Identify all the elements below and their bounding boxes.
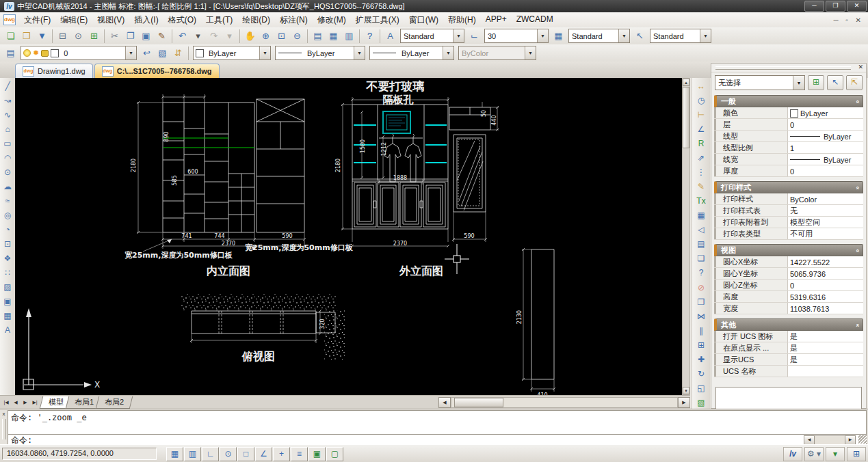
layer-isolate-icon[interactable]: ⇵ — [170, 46, 186, 61]
resize-grip[interactable] — [858, 435, 867, 444]
smart-dimension-icon[interactable]: ↔ — [694, 79, 709, 94]
arc-tool-icon[interactable]: ◠ — [0, 151, 15, 165]
design-center-icon[interactable]: ▦ — [326, 29, 341, 44]
property-value[interactable]: 不可用 — [788, 228, 863, 239]
command-history[interactable]: 命令: '_.zoom _e — [8, 410, 867, 437]
paste-icon[interactable]: ▣ — [138, 29, 154, 44]
property-value[interactable]: 5319.6316 — [788, 291, 863, 302]
property-value[interactable]: 0 — [788, 280, 863, 290]
dropdown-arrow-icon[interactable]: ▼ — [793, 76, 804, 90]
property-value[interactable] — [788, 366, 863, 377]
markup-icon[interactable]: ◁ — [694, 223, 709, 237]
layout-nav-icon[interactable]: ▶| — [30, 400, 40, 405]
linetype-combo[interactable]: ByLayer ▼ — [275, 46, 365, 60]
undo-dropdown-icon[interactable]: ▾ — [190, 29, 206, 44]
horizontal-scroll-thumb[interactable] — [454, 398, 503, 407]
close-button[interactable]: ✕ — [847, 1, 867, 12]
menu-item-n[interactable]: 标注(N) — [275, 13, 313, 27]
palette-close-icon[interactable]: ✕ — [858, 64, 863, 70]
dropdown-arrow-icon[interactable]: ▼ — [259, 46, 270, 59]
layout-nav-icon[interactable]: ◀ — [11, 400, 21, 405]
layer-manager-icon[interactable]: ▤ — [3, 46, 18, 61]
scroll-right-icon[interactable]: ▶ — [845, 435, 856, 445]
help-icon[interactable]: ? — [362, 29, 378, 44]
coordinate-readout[interactable]: 16034.0860, 4719.7254, 0.0000 — [2, 448, 157, 460]
command-scrollbar[interactable]: ◀ ▶ — [804, 435, 856, 445]
horizontal-scroll-track[interactable] — [451, 397, 678, 408]
array-tool-icon[interactable]: ⊞ — [694, 338, 709, 353]
table-tool-icon[interactable]: ▦ — [0, 309, 15, 323]
dim-style-icon[interactable]: ⌙ — [466, 29, 482, 44]
osnap-toggle[interactable]: □ — [237, 447, 254, 461]
move-tool-icon[interactable]: ✚ — [694, 353, 709, 367]
print-preview-icon[interactable]: ⊙ — [70, 29, 86, 44]
mirror-tool-icon[interactable]: ⋈ — [694, 310, 709, 324]
property-value[interactable]: ByLayer — [788, 131, 863, 141]
minimize-button[interactable]: ─ — [804, 1, 824, 12]
table-style-icon[interactable]: ▦ — [551, 29, 566, 44]
zwcad-logo-button[interactable]: lv — [783, 447, 802, 461]
property-value[interactable]: 0 — [788, 119, 863, 130]
document-tab-0[interactable]: dwgDrawing1.dwg — [15, 64, 93, 78]
property-value[interactable]: ByColor — [788, 193, 863, 204]
layout-nav-icon[interactable]: |◀ — [1, 400, 11, 405]
copy-icon[interactable]: ❐ — [122, 29, 138, 44]
command-close-icon[interactable]: x — [1, 411, 7, 417]
table-style-combo[interactable]: Standard▼ — [568, 29, 630, 43]
fullscreen-button[interactable]: ⊞ — [847, 447, 866, 461]
mleader-style-combo[interactable]: Standard▼ — [650, 29, 711, 43]
dyn-input-toggle[interactable]: + — [273, 447, 290, 461]
offset-tool-icon[interactable]: ∥ — [694, 324, 709, 338]
selection-combo[interactable]: 无选择 ▼ — [715, 75, 805, 90]
dim-edit-icon[interactable]: ✎ — [694, 180, 709, 194]
menu-item-app+[interactable]: APP+ — [481, 13, 512, 27]
collapse-chevron-icon[interactable]: « — [854, 249, 860, 251]
region-tool-icon[interactable]: ▣ — [0, 295, 15, 309]
scroll-left-icon[interactable]: ◀ — [438, 397, 451, 408]
text-style-icon[interactable]: A — [382, 29, 398, 44]
dim-angular-icon[interactable]: ∠ — [694, 122, 709, 137]
menu-item-f[interactable]: 文件(F) — [19, 13, 55, 27]
properties-palette-icon[interactable]: ▤ — [310, 29, 326, 44]
dim-style-combo[interactable]: 30▼ — [484, 29, 549, 43]
property-value[interactable]: 是 — [788, 331, 863, 342]
mdi-window-controls[interactable]: ─ ▫ ✕ — [833, 16, 864, 24]
section-header[interactable]: 打印样式« — [714, 181, 863, 193]
property-value[interactable]: 无 — [788, 205, 863, 216]
drawing-canvas[interactable]: 不要打玻璃隔板孔内立面图外立面图俯视图宽25mm,深度为50mm修口板宽25mm… — [15, 78, 682, 395]
layer-on-icon[interactable] — [23, 49, 31, 57]
settings-gear-button[interactable]: ⚙ ▾ — [804, 447, 824, 461]
property-value[interactable]: 是 — [788, 354, 863, 365]
mleader-style-icon[interactable]: ↖ — [632, 29, 648, 44]
layout-tab-2[interactable]: 布局2 — [96, 396, 133, 409]
annotation-toggle[interactable]: ▢ — [326, 447, 343, 461]
viewport-icon[interactable]: ❏ — [694, 252, 709, 266]
section-header[interactable]: 一般« — [714, 95, 863, 107]
publish-icon[interactable]: ⊞ — [86, 29, 102, 44]
lineweight-combo[interactable]: ByLayer ▼ — [369, 46, 454, 60]
print-icon[interactable]: ⊟ — [55, 29, 70, 44]
grid-toggle[interactable]: ▥ — [184, 447, 201, 461]
menu-item-m[interactable]: 修改(M) — [313, 13, 351, 27]
quick-select-button[interactable]: ⊞ — [808, 75, 824, 90]
otrack-toggle[interactable]: ∠ — [255, 447, 272, 461]
scroll-left-icon[interactable]: ◀ — [804, 435, 815, 445]
menu-item-v[interactable]: 视图(V) — [92, 13, 129, 27]
canvas-vertical-scrollbar[interactable]: ▲ ▼ — [682, 78, 690, 395]
vertical-scroll-thumb[interactable] — [683, 87, 689, 148]
insert-block-tool-icon[interactable]: ⊡ — [0, 237, 15, 252]
ortho-toggle[interactable]: ∟ — [202, 447, 219, 461]
scroll-down-icon[interactable]: ▼ — [683, 387, 689, 394]
stretch-tool-icon[interactable]: ▧ — [694, 396, 709, 410]
snap-toggle[interactable]: ▦ — [166, 447, 183, 461]
text-tool-icon[interactable]: Tx — [694, 194, 709, 208]
menu-item-h[interactable]: 帮助(H) — [443, 13, 481, 27]
table-edit-icon[interactable]: ▦ — [694, 208, 709, 223]
scale-tool-icon[interactable]: ◱ — [694, 381, 709, 396]
property-value[interactable]: 14227.5522 — [788, 256, 863, 267]
property-value[interactable]: 11038.7613 — [788, 303, 863, 314]
ellipse-arc-tool-icon[interactable]: ◔ — [0, 223, 15, 237]
save-icon[interactable]: ▼ — [34, 29, 50, 44]
color-combo[interactable]: ByLayer ▼ — [193, 46, 271, 60]
circle-tool-icon[interactable]: ⊙ — [0, 165, 15, 180]
